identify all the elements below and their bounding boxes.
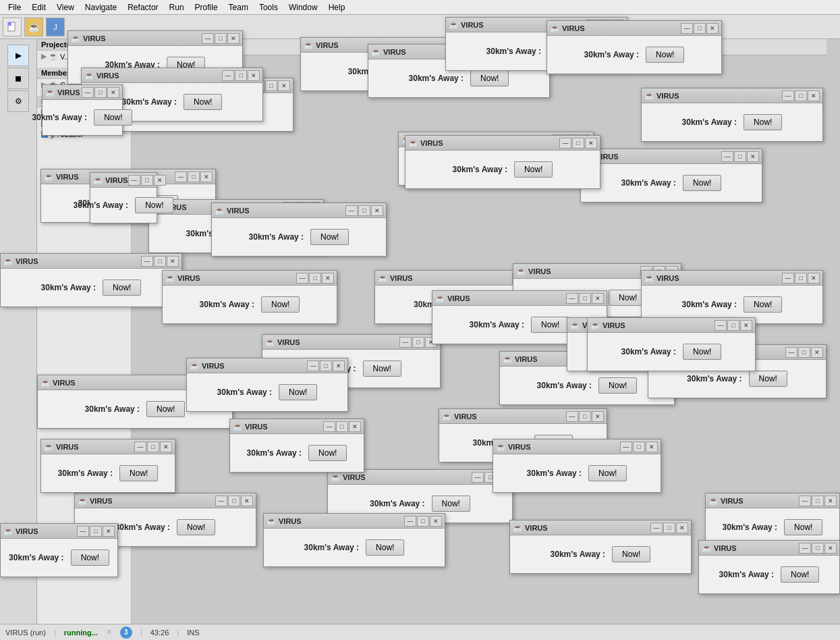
close-btn-29[interactable]: ✕ (103, 526, 115, 537)
minimize-btn-3[interactable]: — (175, 171, 187, 182)
maximize-btn-37[interactable]: □ (147, 442, 159, 452)
menu-window[interactable]: Window (283, 1, 323, 14)
close-btn-36[interactable]: ✕ (349, 421, 361, 432)
minimize-btn-1[interactable]: — (202, 33, 214, 44)
virus-now-btn-35[interactable]: Now! (588, 465, 627, 481)
maximize-btn-29[interactable]: □ (90, 526, 102, 537)
close-btn-40[interactable]: ✕ (154, 175, 166, 186)
virus-now-btn-39[interactable]: Now! (94, 109, 132, 126)
maximize-btn-31[interactable]: □ (812, 496, 824, 506)
minimize-btn-25[interactable]: — (785, 347, 797, 358)
close-btn-18[interactable]: ✕ (808, 273, 820, 284)
virus-now-btn-26[interactable]: Now! (432, 496, 470, 512)
close-btn-3[interactable]: ✕ (200, 171, 213, 182)
virus-now-btn-30[interactable]: Now! (612, 546, 650, 562)
virus-now-btn-21[interactable]: Now! (279, 384, 317, 400)
maximize-btn-40[interactable]: □ (141, 175, 153, 186)
virus-now-btn-40[interactable]: Now! (135, 197, 173, 213)
close-btn-30[interactable]: ✕ (676, 523, 688, 533)
virus-now-btn-14[interactable]: Now! (103, 279, 141, 296)
maximize-btn-33[interactable]: □ (727, 320, 739, 331)
maximize-btn-5[interactable]: □ (358, 205, 370, 216)
maximize-btn-36[interactable]: □ (336, 421, 348, 432)
virus-now-btn-13[interactable]: Now! (514, 161, 553, 178)
close-btn-2[interactable]: ✕ (278, 80, 290, 91)
close-btn-39[interactable]: ✕ (107, 87, 119, 98)
close-btn-34[interactable]: ✕ (592, 411, 604, 422)
virus-now-btn-9[interactable]: Now! (646, 47, 684, 63)
close-btn-25[interactable]: ✕ (811, 347, 823, 358)
minimize-btn-33[interactable]: — (715, 320, 727, 331)
menu-navigate[interactable]: Navigate (80, 1, 122, 14)
minimize-btn-18[interactable]: — (782, 273, 794, 284)
minimize-btn-12[interactable]: — (721, 151, 733, 162)
virus-now-btn-29[interactable]: Now! (71, 550, 109, 566)
virus-now-btn-25[interactable]: Now! (749, 371, 787, 387)
virus-now-btn-19[interactable]: Now! (363, 361, 401, 377)
minimize-btn-22[interactable]: — (566, 293, 578, 304)
maximize-btn-19[interactable]: □ (412, 337, 424, 348)
minimize-btn-21[interactable]: — (307, 361, 319, 371)
minimize-btn-27[interactable]: — (215, 496, 227, 506)
maximize-btn-21[interactable]: □ (320, 361, 332, 371)
virus-now-btn-33[interactable]: Now! (683, 344, 721, 360)
menu-refactor[interactable]: Refactor (122, 1, 163, 14)
minimize-btn-32[interactable]: — (799, 543, 811, 554)
maximize-btn-3[interactable]: □ (188, 171, 200, 182)
close-btn-1[interactable]: ✕ (227, 33, 240, 44)
close-btn-13[interactable]: ✕ (585, 138, 597, 149)
minimize-btn-38[interactable]: — (222, 70, 234, 81)
maximize-btn-12[interactable]: □ (734, 151, 746, 162)
maximize-btn-27[interactable]: □ (228, 496, 240, 506)
maximize-btn-18[interactable]: □ (795, 273, 807, 284)
close-btn-32[interactable]: ✕ (824, 543, 837, 554)
virus-now-btn-38[interactable]: Now! (184, 94, 222, 110)
menu-help[interactable]: Help (323, 1, 351, 14)
close-btn-21[interactable]: ✕ (333, 361, 345, 371)
minimize-btn-31[interactable]: — (799, 496, 811, 506)
close-btn-33[interactable]: ✕ (740, 320, 752, 331)
virus-now-btn-37[interactable]: Now! (119, 465, 158, 481)
left-panel-btn1[interactable]: ▶ (7, 45, 29, 66)
close-btn-22[interactable]: ✕ (592, 293, 604, 304)
left-panel-btn3[interactable]: ⚙ (7, 90, 29, 112)
maximize-btn-30[interactable]: □ (663, 523, 675, 533)
toolbar-new-btn[interactable] (3, 18, 22, 36)
virus-now-btn-27[interactable]: Now! (177, 519, 215, 535)
minimize-btn-15[interactable]: — (296, 273, 308, 284)
virus-now-btn-12[interactable]: Now! (683, 175, 721, 191)
minimize-btn-34[interactable]: — (566, 411, 578, 422)
minimize-btn-14[interactable]: — (141, 256, 153, 267)
maximize-btn-32[interactable]: □ (812, 543, 824, 554)
maximize-btn-2[interactable]: □ (265, 80, 277, 91)
virus-now-btn-18[interactable]: Now! (744, 296, 782, 313)
menu-run[interactable]: Run (164, 1, 190, 14)
maximize-btn-34[interactable]: □ (579, 411, 591, 422)
maximize-btn-9[interactable]: □ (694, 23, 706, 34)
virus-now-btn-10[interactable]: Now! (744, 114, 782, 130)
close-btn-5[interactable]: ✕ (371, 205, 383, 216)
close-btn-38[interactable]: ✕ (248, 70, 260, 81)
virus-now-btn-28[interactable]: Now! (366, 539, 404, 556)
menu-view[interactable]: View (51, 1, 80, 14)
minimize-btn-35[interactable]: — (620, 442, 632, 452)
close-btn-9[interactable]: ✕ (706, 23, 719, 34)
minimize-btn-39[interactable]: — (82, 87, 94, 98)
minimize-btn-36[interactable]: — (323, 421, 335, 432)
virus-now-btn-15[interactable]: Now! (261, 296, 300, 313)
minimize-btn-26[interactable]: — (472, 472, 484, 483)
virus-now-btn-31[interactable]: Now! (784, 519, 822, 535)
maximize-btn-13[interactable]: □ (572, 138, 584, 149)
menu-tools[interactable]: Tools (254, 1, 283, 14)
minimize-btn-29[interactable]: — (77, 526, 89, 537)
maximize-btn-10[interactable]: □ (795, 90, 807, 101)
virus-now-btn-5[interactable]: Now! (310, 229, 349, 245)
virus-now-btn-36[interactable]: Now! (308, 445, 347, 461)
minimize-btn-9[interactable]: — (681, 23, 693, 34)
maximize-btn-22[interactable]: □ (579, 293, 591, 304)
close-btn-12[interactable]: ✕ (747, 151, 759, 162)
left-panel-btn2[interactable]: ◼ (7, 68, 29, 89)
virus-now-btn-20[interactable]: Now! (146, 401, 185, 417)
minimize-btn-13[interactable]: — (559, 138, 571, 149)
close-btn-35[interactable]: ✕ (646, 442, 658, 452)
